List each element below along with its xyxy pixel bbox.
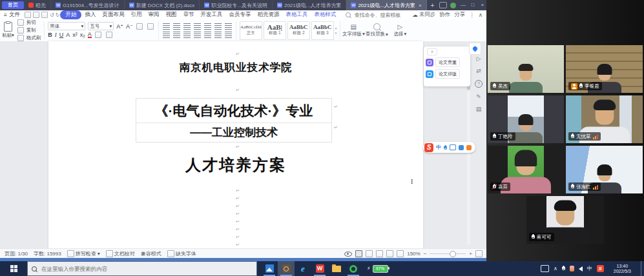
style-normal[interactable]: AaBbCcDd 正文	[240, 21, 262, 40]
ime-toolbox-icon[interactable]	[466, 145, 472, 150]
font-color-button[interactable]: A	[88, 32, 92, 38]
menu-tab-member[interactable]: 会员专享	[225, 11, 254, 19]
menu-tab-docer-resources[interactable]: 稻壳资源	[254, 11, 282, 19]
document-page[interactable]: ↵ 南京机电职业技术学院 ↵ 《·电气自动化技术·》专业 ——工业控制技术 ↵ …	[48, 41, 423, 248]
video-tile[interactable]: 吴杰	[488, 45, 564, 93]
video-tile[interactable]: 袁芬	[488, 146, 564, 193]
menu-tab-section[interactable]: 章节	[180, 11, 197, 19]
text-typeset-tool[interactable]: ▤ 文字排版▾	[342, 19, 365, 41]
cursor-tool-icon[interactable]: ▷	[477, 55, 481, 62]
collapse-panel-icon[interactable]: ∧	[427, 48, 437, 55]
sogou-tray-icon[interactable]: S	[597, 265, 604, 272]
taskbar-search-input[interactable]	[40, 265, 223, 273]
clear-format-icon[interactable]	[136, 23, 143, 30]
video-tile[interactable]: 丁艳玲	[488, 95, 564, 143]
battery-indicator[interactable]: ⚡ 97%	[367, 265, 388, 273]
more-menu-icon[interactable]: ⋮	[469, 12, 475, 18]
volume-icon[interactable]	[579, 266, 583, 271]
line-spacing-icon[interactable]	[203, 31, 212, 39]
underline-button[interactable]: U	[59, 32, 64, 38]
paste-button[interactable]: 粘贴▾	[2, 22, 14, 39]
taskbar-clock[interactable]: 13:40 2022/5/3	[614, 264, 631, 274]
menu-tab-table-style[interactable]: 表格样式	[311, 11, 339, 19]
skin-theme-icon[interactable]	[439, 2, 447, 8]
tab-docer[interactable]: 稻壳	[24, 0, 51, 10]
find-replace-tool[interactable]: 查找替换▾	[365, 19, 388, 41]
file-menu[interactable]: ≡ 文件	[0, 11, 24, 19]
video-tile[interactable]: 张海红	[566, 146, 643, 193]
bullet-list-icon[interactable]	[162, 23, 171, 30]
command-search[interactable]	[346, 12, 412, 19]
numbered-list-icon[interactable]	[172, 23, 181, 30]
select-tool[interactable]: ▷ 选择▾	[388, 19, 411, 41]
taskbar-app-wps[interactable]: W	[311, 261, 328, 276]
undo-icon[interactable]: ↺	[50, 12, 54, 18]
close-tab-icon[interactable]: ×	[419, 3, 422, 8]
highlight-color-icon[interactable]	[95, 32, 101, 38]
phonetic-guide-icon[interactable]	[147, 23, 154, 30]
document-tab[interactable]: W G191504...号发生器设计	[51, 0, 125, 10]
document-tab[interactable]: W 新建 DOCX 文档 (2).docx	[125, 0, 200, 10]
align-center-icon[interactable]	[172, 31, 181, 39]
pen-annotate-icon[interactable]: ✎	[476, 94, 481, 100]
document-tab-active[interactable]: W 2021级电...人才培养方案 ×	[346, 0, 426, 10]
indent-decrease-icon[interactable]	[183, 23, 191, 30]
bold-button[interactable]: B	[48, 32, 52, 38]
menu-tab-review[interactable]: 审阅	[145, 11, 162, 19]
superscript-button[interactable]: x²	[72, 32, 78, 38]
sort-icon[interactable]	[214, 23, 222, 30]
paper-layout-row[interactable]: 论文排版	[426, 69, 468, 79]
new-tab-button[interactable]: +	[431, 2, 435, 9]
borders-icon[interactable]	[224, 31, 233, 39]
missing-font-button[interactable]: 缺失字体	[167, 250, 196, 257]
style-heading1[interactable]: AaB| 标题 1	[264, 21, 286, 40]
indent-increase-icon[interactable]	[193, 23, 202, 30]
taskbar-app-photos[interactable]	[261, 261, 278, 276]
ime-indicator[interactable]: 中	[587, 265, 592, 272]
zoom-slider[interactable]	[430, 253, 466, 254]
taskbar-app-explorer[interactable]	[328, 261, 345, 276]
enclose-character-icon[interactable]	[106, 32, 112, 38]
collapse-ribbon-icon[interactable]: ∧	[479, 12, 483, 18]
ime-skin-icon[interactable]	[459, 145, 464, 150]
show-marks-icon[interactable]	[224, 23, 233, 30]
annotate-view-icon[interactable]	[397, 250, 404, 257]
document-tab[interactable]: W 职业院校专...及有关说明	[200, 0, 273, 10]
print-layout-view-icon[interactable]	[355, 250, 362, 257]
zoom-in-button[interactable]: +	[469, 251, 472, 257]
redo-icon[interactable]: ↻	[56, 12, 60, 18]
taskbar-app-ie[interactable]: e	[295, 261, 311, 276]
strikethrough-button[interactable]: A	[66, 32, 70, 38]
menu-tab-home[interactable]: 开始	[60, 10, 81, 19]
sogou-logo-icon[interactable]: S	[424, 143, 433, 152]
document-tab[interactable]: W 2021级电...人才培养方案	[273, 0, 346, 10]
minimize-button[interactable]: —	[458, 0, 468, 10]
track-changes-icon[interactable]: ⇄	[476, 68, 481, 74]
ime-keyboard-icon[interactable]	[450, 144, 456, 150]
style-heading3[interactable]: AaBbC 标题 3	[311, 21, 334, 40]
taskbar-app-meeting[interactable]	[278, 261, 295, 276]
copy-button[interactable]: 复制	[17, 27, 41, 34]
edit-mode-icon[interactable]: ▤	[476, 106, 482, 112]
font-name-combo[interactable]: 黑体▾	[48, 22, 85, 30]
location-pin-button[interactable]	[469, 43, 481, 55]
shrink-font-button[interactable]: A⁻	[126, 23, 133, 30]
shading-icon[interactable]	[214, 31, 222, 39]
grow-font-button[interactable]: A⁺	[116, 23, 123, 30]
tablet-mode-icon[interactable]	[541, 265, 549, 272]
share-button[interactable]: 分享	[454, 11, 465, 19]
hidden-icons-chevron[interactable]: ∧	[554, 266, 557, 271]
spell-check-button[interactable]: 拼写检查 ▾	[67, 250, 100, 257]
styles-gallery-scroll[interactable]: ▴▾	[335, 26, 337, 35]
justify-icon[interactable]	[193, 31, 202, 39]
account-avatar[interactable]	[450, 3, 456, 8]
show-desktop-button[interactable]	[641, 261, 644, 276]
zoom-out-button[interactable]: −	[424, 251, 427, 257]
menu-tab-view[interactable]: 视图	[162, 11, 180, 19]
web-layout-view-icon[interactable]	[376, 250, 383, 257]
menu-tab-references[interactable]: 引用	[127, 11, 145, 19]
menu-tab-table-tools[interactable]: 表格工具	[282, 11, 311, 19]
read-mode-icon[interactable]	[386, 250, 393, 257]
align-right-icon[interactable]	[183, 31, 191, 39]
taskbar-search[interactable]	[27, 261, 257, 276]
